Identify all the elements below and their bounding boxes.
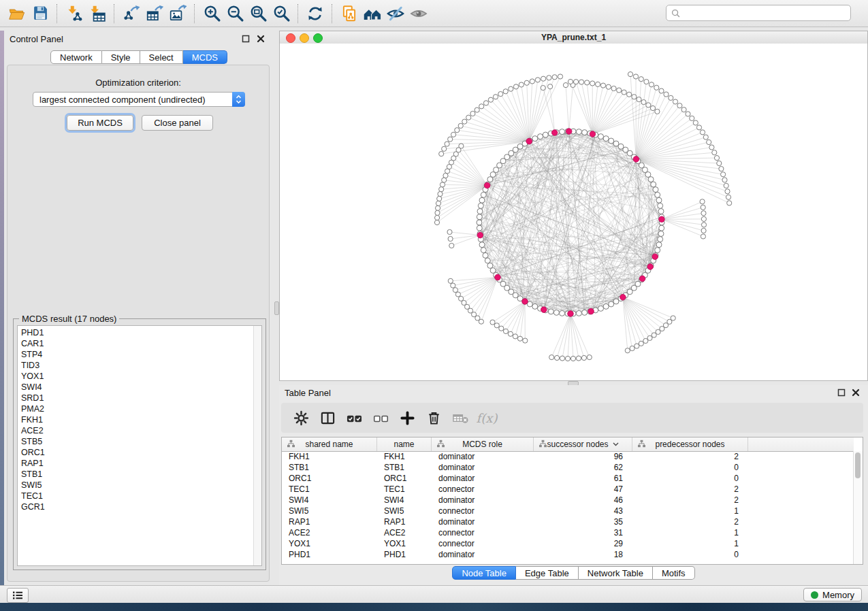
table-cell: 18 <box>534 549 632 560</box>
clone-network-icon[interactable] <box>338 2 361 25</box>
mcds-result-item[interactable]: SWI4 <box>18 382 253 393</box>
table-settings-icon[interactable] <box>292 409 310 427</box>
deselect-all-icon[interactable] <box>372 409 389 427</box>
tab-network[interactable]: Network <box>50 50 102 64</box>
close-panel-icon[interactable] <box>256 34 266 44</box>
refresh-icon[interactable] <box>304 2 327 25</box>
mcds-result-item[interactable]: STP4 <box>18 349 253 360</box>
tab-edge-table[interactable]: Edge Table <box>516 566 579 580</box>
column-label: successor nodes <box>547 440 608 449</box>
table-cell: 47 <box>534 484 632 495</box>
table-row[interactable]: FKH1FKH1dominator962 <box>282 451 854 462</box>
mcds-result-item[interactable]: PMA2 <box>18 403 253 414</box>
column-label: predecessor nodes <box>655 440 724 449</box>
column-header-MCDS-role[interactable]: MCDS role <box>432 437 534 451</box>
table-cell: 31 <box>534 527 632 538</box>
mcds-result-item[interactable]: STB5 <box>18 436 253 447</box>
tab-mcds[interactable]: MCDS <box>183 50 227 64</box>
tab-node-table[interactable]: Node Table <box>452 566 516 580</box>
column-label: name <box>393 440 414 449</box>
table-panel: Table Panel <box>279 385 868 585</box>
mcds-result-item[interactable]: YOX1 <box>18 371 253 382</box>
column-header-name[interactable]: name <box>377 437 432 451</box>
show-all-icon[interactable] <box>407 2 430 25</box>
mcds-result-item[interactable]: FKH1 <box>18 414 253 425</box>
table-cell: RAP1 <box>377 516 432 527</box>
mcds-result-item[interactable]: TEC1 <box>18 491 253 501</box>
mcds-result-item[interactable]: SRD1 <box>18 393 253 403</box>
memory-button[interactable]: Memory <box>803 588 862 601</box>
mcds-list-scrollbar[interactable] <box>253 326 261 565</box>
zoom-out-icon[interactable] <box>223 2 246 25</box>
tab-style[interactable]: Style <box>102 50 140 64</box>
network-canvas[interactable] <box>280 44 867 380</box>
hide-selected-icon[interactable] <box>384 2 407 25</box>
zoom-fit-icon[interactable] <box>246 2 270 25</box>
table-row[interactable]: SWI5SWI5connector431 <box>282 506 854 516</box>
table-row[interactable]: STB1STB1dominator620 <box>282 462 854 473</box>
table-scrollbar[interactable] <box>853 451 863 564</box>
table-cell: connector <box>432 538 534 549</box>
table-row[interactable]: RAP1RAP1dominator352 <box>282 516 854 527</box>
network-view-window: YPA_prune.txt_1 <box>279 31 868 381</box>
mcds-result-item[interactable]: ACE2 <box>18 425 253 436</box>
table-cell: 1 <box>632 506 748 516</box>
mcds-result-item[interactable]: STB1 <box>18 469 253 480</box>
zoom-in-icon[interactable] <box>200 2 223 25</box>
table-toolbar: f(x) <box>281 403 863 433</box>
float-panel-icon[interactable] <box>837 388 846 397</box>
close-panel-button[interactable]: Close panel <box>142 115 213 131</box>
open-file-icon[interactable] <box>5 2 29 25</box>
table-row[interactable]: ACE2ACE2connector311 <box>282 527 854 538</box>
select-all-icon[interactable] <box>345 409 363 427</box>
optimization-criterion-select[interactable]: largest connected component (undirected) <box>33 92 245 107</box>
delete-column-icon[interactable] <box>425 409 443 427</box>
scrollbar-thumb[interactable] <box>855 452 861 478</box>
panel-list-button[interactable] <box>7 588 29 603</box>
first-neighbors-icon[interactable] <box>361 2 384 25</box>
table-cell: 35 <box>534 516 632 527</box>
save-icon[interactable] <box>29 2 52 25</box>
mcds-result-item[interactable]: RAP1 <box>18 458 253 469</box>
column-header-shared-name[interactable]: shared name <box>282 437 377 451</box>
table-row[interactable]: PHD1PHD1dominator180 <box>282 549 854 560</box>
table-cell: STB1 <box>377 462 432 473</box>
table-cell: 0 <box>632 462 748 473</box>
float-panel-icon[interactable] <box>241 34 251 44</box>
import-table-icon[interactable] <box>86 2 109 25</box>
table-cell: SWI4 <box>282 495 377 506</box>
table-row[interactable]: TEC1TEC1connector472 <box>282 484 854 495</box>
tab-network-table[interactable]: Network Table <box>579 566 653 580</box>
column-header-successor-nodes[interactable]: successor nodes <box>534 437 632 451</box>
export-table-icon[interactable] <box>143 2 166 25</box>
mcds-result-item[interactable]: CAR1 <box>18 338 253 349</box>
export-image-icon[interactable] <box>166 2 189 25</box>
mcds-result-item[interactable]: TID3 <box>18 360 253 371</box>
table-row[interactable]: SWI4SWI4dominator462 <box>282 495 854 506</box>
zoom-selected-icon[interactable] <box>270 2 293 25</box>
search-input[interactable] <box>684 6 850 20</box>
table-cell: dominator <box>432 516 534 527</box>
add-column-icon[interactable] <box>398 409 416 427</box>
tab-select[interactable]: Select <box>140 50 183 64</box>
list-icon <box>12 591 23 600</box>
run-mcds-button[interactable]: Run MCDS <box>67 115 133 131</box>
mcds-result-item[interactable]: SWI5 <box>18 480 253 491</box>
table-cell: FKH1 <box>282 451 377 462</box>
table-cell: 1 <box>632 538 748 549</box>
mcds-result-item[interactable]: GCR1 <box>18 501 253 512</box>
mcds-result-item[interactable]: ORC1 <box>18 447 253 458</box>
import-network-icon[interactable] <box>63 2 86 25</box>
main-toolbar <box>0 0 868 27</box>
table-row[interactable]: YOX1YOX1connector291 <box>282 538 854 549</box>
tab-motifs[interactable]: Motifs <box>653 566 695 580</box>
column-header-predecessor-nodes[interactable]: predecessor nodes <box>632 437 748 451</box>
mcds-result-item[interactable]: PHD1 <box>18 327 253 338</box>
split-panel-icon[interactable] <box>319 409 336 427</box>
table-cell: 1 <box>632 527 748 538</box>
export-network-icon[interactable] <box>120 2 143 25</box>
vertical-splitter[interactable] <box>274 31 279 585</box>
close-panel-icon[interactable] <box>851 388 861 397</box>
table-header-row: shared namenameMCDS rolesuccessor nodesp… <box>282 437 854 452</box>
table-row[interactable]: ORC1ORC1dominator610 <box>282 473 854 484</box>
